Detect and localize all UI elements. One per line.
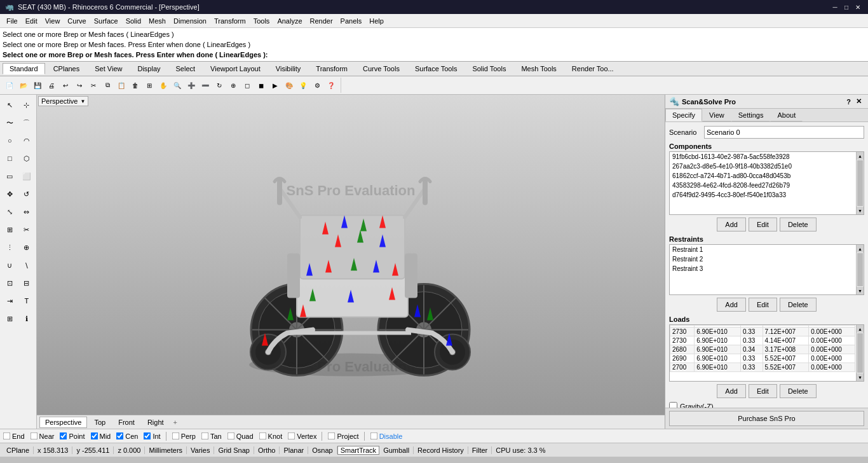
list-item[interactable]: d764f9d2-9495-4cc3-80ef-f540e1f03a33 [670,190,855,200]
restraint-item-1[interactable]: Restraint 1 [670,245,855,254]
close-btn[interactable]: ✕ [853,2,863,12]
menu-render[interactable]: Render [306,16,337,26]
snap-tan-checkbox[interactable] [201,432,209,440]
table-row[interactable]: 27306.90E+0100.337.12E+0070.00E+000 [670,328,855,336]
scroll-down-btn[interactable]: ▼ [857,207,864,214]
sns-tab-view[interactable]: View [702,109,731,121]
lt-dim[interactable]: ⇥ [2,293,18,309]
scroll-up-btn[interactable]: ▲ [857,245,864,252]
cmd-line-3[interactable]: Select one or more Brep or Mesh faces. P… [3,50,865,60]
sns-tab-settings[interactable]: Settings [731,109,771,121]
lt-ungroup[interactable]: ⊟ [19,275,35,291]
lt-move[interactable]: ✥ [2,186,18,202]
lt-layer[interactable]: ⊞ [2,310,18,327]
menu-file[interactable]: File [3,16,22,26]
lt-properties[interactable]: ℹ [19,310,35,327]
tb-settings[interactable]: ⚙ [310,78,324,92]
lt-arc[interactable]: ◠ [19,132,35,149]
purchase-btn[interactable]: Purchase SnS Pro [669,411,864,426]
viewport-tab-add[interactable]: + [171,417,180,427]
components-delete-btn[interactable]: Delete [780,218,817,232]
lt-boolean-union[interactable]: ∪ [2,257,18,273]
tb-pan[interactable]: ✋ [156,78,170,92]
status-grid-snap[interactable]: Grid Snap [214,446,254,454]
viewport[interactable]: Perspective ▼ SnS Pro Evaluation SnS Pro… [37,95,665,415]
menu-transform[interactable]: Transform [210,16,250,26]
lt-offset[interactable]: ⊞ [2,221,18,238]
tab-mesh-tools[interactable]: Mesh Tools [514,63,563,74]
snap-end-checkbox[interactable] [3,432,11,440]
tb-cut[interactable]: ✂ [86,78,100,92]
snap-quad-checkbox[interactable] [227,432,234,440]
tb-save[interactable]: 💾 [31,78,44,92]
tb-zoom-ext[interactable]: 🔍 [170,78,184,92]
lt-polygon[interactable]: ⬡ [19,150,35,167]
lt-mirror[interactable]: ⇔ [19,204,35,220]
lt-text[interactable]: T [19,293,35,309]
menu-panels[interactable]: Panels [337,16,366,26]
status-filter[interactable]: Filter [468,446,492,454]
tb-shade[interactable]: ◼ [254,78,268,92]
tab-render-tools[interactable]: Render Too... [565,63,621,74]
table-row[interactable]: 27306.90E+0100.334.14E+0070.00E+000 [670,336,855,345]
sns-close-btn[interactable]: ✕ [853,97,864,106]
menu-dimension[interactable]: Dimension [170,16,210,26]
sns-tab-about[interactable]: About [770,109,803,121]
sns-tab-specify[interactable]: Specify [665,109,702,121]
lt-scale[interactable]: ⤡ [2,204,18,220]
tb-lights[interactable]: 💡 [296,78,310,92]
menu-edit[interactable]: Edit [22,16,41,26]
list-item[interactable]: 91fb6cbd-1613-40e2-987a-5ac558fe3928 [670,152,855,162]
tb-print[interactable]: 🖨 [44,78,58,92]
tb-select-all[interactable]: ⊞ [142,78,156,92]
viewport-tab-front[interactable]: Front [112,417,140,428]
table-row[interactable]: 26906.90E+0100.335.52E+0070.00E+000 [670,354,855,363]
scroll-down-btn[interactable]: ▼ [857,373,864,381]
lt-group[interactable]: ⊡ [2,275,18,291]
tb-rotate[interactable]: ↻ [212,78,226,92]
tab-setview[interactable]: Set View [88,63,129,74]
lt-select[interactable]: ↖ [2,97,18,113]
tab-viewport-layout[interactable]: Viewport Layout [203,63,268,74]
tb-zoom-out[interactable]: ➖ [198,78,212,92]
loads-delete-btn[interactable]: Delete [780,384,817,398]
scroll-thumb[interactable] [857,253,863,286]
tb-paste[interactable]: 📋 [114,78,128,92]
scroll-thumb[interactable] [857,333,863,373]
lt-curve[interactable]: 〜 [2,114,18,131]
tab-select[interactable]: Select [169,63,203,74]
restraint-item-3[interactable]: Restraint 3 [670,264,855,273]
viewport-tab-top[interactable]: Top [88,417,111,428]
snap-int-checkbox[interactable] [144,432,151,440]
tb-redo[interactable]: ↪ [72,78,86,92]
tab-display[interactable]: Display [130,63,167,74]
list-item[interactable]: 61862ccf-a724-4b71-ad80-0cca48d0453b [670,171,855,181]
list-item[interactable]: 43583298-4e62-4fcd-8208-feed27d26b79 [670,181,855,190]
snap-disable-checkbox[interactable] [370,432,377,440]
status-record-history[interactable]: Record History [414,446,468,454]
lt-rotate2d[interactable]: ↺ [19,186,35,202]
status-ortho[interactable]: Ortho [254,446,280,454]
lt-split[interactable]: ⋮ [2,239,18,256]
tb-snap[interactable]: ⊕ [226,78,240,92]
tab-transform[interactable]: Transform [309,63,355,74]
tb-zoom-in[interactable]: ➕ [184,78,198,92]
menu-help[interactable]: Help [365,16,388,26]
tab-visibility[interactable]: Visibility [269,63,308,74]
minimize-btn[interactable]: ─ [830,2,840,12]
lt-rect[interactable]: □ [2,150,18,167]
status-osnap[interactable]: Osnap [308,446,337,454]
tb-render-btn[interactable]: ▶ [268,78,282,92]
lt-surface[interactable]: ▭ [2,168,18,184]
lt-join[interactable]: ⊕ [19,239,35,256]
snap-near-checkbox[interactable] [30,432,37,440]
tab-cplanes[interactable]: CPlanes [46,63,87,74]
status-gumball[interactable]: Gumball [379,446,414,454]
tb-delete[interactable]: 🗑 [128,78,142,92]
components-edit-btn[interactable]: Edit [749,218,777,232]
snap-point-checkbox[interactable] [60,432,67,440]
lt-polyline[interactable]: ⌒ [19,114,35,131]
lt-extrude[interactable]: ⬜ [19,168,35,184]
tab-solid-tools[interactable]: Solid Tools [465,63,513,74]
menu-mesh[interactable]: Mesh [145,16,170,26]
